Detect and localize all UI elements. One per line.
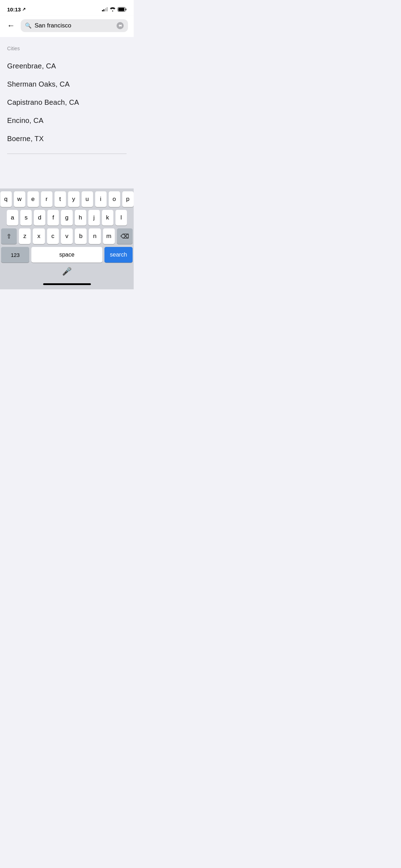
search-input[interactable]: San francisco <box>35 22 114 29</box>
svg-rect-2 <box>118 8 124 11</box>
key-q[interactable]: q <box>0 191 12 207</box>
key-k[interactable]: k <box>102 210 113 226</box>
status-bar: 10:13 ↗ <box>0 0 134 16</box>
list-item[interactable]: Greenbrae, CA <box>7 57 127 75</box>
keyboard: q w e r t y u i o p a s d f g h j k l ⇧ … <box>0 188 134 289</box>
list-item[interactable]: Boerne, TX <box>7 130 127 148</box>
key-s[interactable]: s <box>20 210 32 226</box>
key-e[interactable]: e <box>27 191 39 207</box>
status-time: 10:13 ↗ <box>7 6 26 12</box>
key-u[interactable]: u <box>82 191 93 207</box>
key-r[interactable]: r <box>41 191 52 207</box>
shift-icon: ⇧ <box>6 233 11 240</box>
delete-icon: ⌫ <box>120 233 129 240</box>
city-list: Greenbrae, CA Sherman Oaks, CA Capistran… <box>7 57 127 148</box>
list-item[interactable]: Encino, CA <box>7 112 127 130</box>
back-button[interactable]: ← <box>6 20 16 32</box>
key-d[interactable]: d <box>34 210 45 226</box>
key-j[interactable]: j <box>88 210 100 226</box>
key-y[interactable]: y <box>68 191 79 207</box>
key-f[interactable]: f <box>47 210 59 226</box>
key-g[interactable]: g <box>61 210 72 226</box>
keyboard-bottom-row: 123 space search <box>1 247 133 263</box>
key-h[interactable]: h <box>75 210 86 226</box>
space-key[interactable]: space <box>31 247 102 263</box>
key-t[interactable]: t <box>55 191 66 207</box>
search-key[interactable]: search <box>104 247 133 263</box>
microphone-icon[interactable]: 🎤 <box>62 267 72 276</box>
key-w[interactable]: w <box>14 191 25 207</box>
battery-icon <box>118 7 127 12</box>
key-v[interactable]: v <box>61 228 73 244</box>
key-m[interactable]: m <box>103 228 115 244</box>
list-item[interactable]: Capistrano Beach, CA <box>7 93 127 112</box>
clear-x-icon <box>117 22 124 29</box>
key-z[interactable]: z <box>19 228 31 244</box>
key-c[interactable]: c <box>47 228 59 244</box>
list-item[interactable]: Sherman Oaks, CA <box>7 75 127 93</box>
search-bar[interactable]: 🔍 San francisco <box>21 19 128 32</box>
search-results: Cities Greenbrae, CA Sherman Oaks, CA Ca… <box>0 37 134 158</box>
shift-key[interactable]: ⇧ <box>1 228 17 244</box>
search-icon: 🔍 <box>25 22 32 29</box>
key-b[interactable]: b <box>75 228 87 244</box>
clear-button[interactable] <box>117 22 124 29</box>
mic-row: 🎤 <box>1 264 133 282</box>
section-header: Cities <box>7 46 127 51</box>
key-l[interactable]: l <box>115 210 127 226</box>
divider <box>7 154 127 154</box>
time-label: 10:13 <box>7 6 21 12</box>
location-arrow-icon: ↗ <box>22 7 26 12</box>
key-n[interactable]: n <box>89 228 101 244</box>
key-a[interactable]: a <box>7 210 18 226</box>
keyboard-row-2: a s d f g h j k l <box>1 210 133 226</box>
keyboard-row-3: ⇧ z x c v b n m ⌫ <box>1 228 133 244</box>
search-header: ← 🔍 San francisco <box>0 16 134 37</box>
signal-icon <box>102 7 108 11</box>
key-o[interactable]: o <box>109 191 120 207</box>
home-indicator <box>43 283 91 285</box>
status-icons <box>102 7 127 12</box>
key-x[interactable]: x <box>33 228 45 244</box>
wifi-icon <box>110 7 115 11</box>
delete-key[interactable]: ⌫ <box>117 228 133 244</box>
key-p[interactable]: p <box>122 191 134 207</box>
numbers-key[interactable]: 123 <box>1 247 29 263</box>
key-i[interactable]: i <box>95 191 107 207</box>
keyboard-row-1: q w e r t y u i o p <box>1 191 133 207</box>
svg-rect-1 <box>126 9 127 10</box>
